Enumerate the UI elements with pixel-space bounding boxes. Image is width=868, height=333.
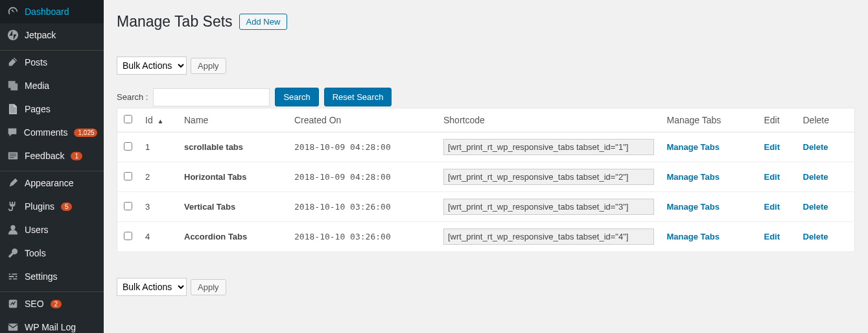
delete-link[interactable]: Delete [803,202,828,212]
sidebar-item-label: SEO [25,299,44,309]
badge: 1 [71,152,82,160]
shortcode-input[interactable] [443,199,654,215]
sidebar-item-dashboard[interactable]: Dashboard [0,0,104,23]
cell-created: 2018-10-09 04:28:00 [288,132,437,162]
apply-button[interactable]: Apply [191,58,226,74]
delete-link[interactable]: Delete [803,142,828,152]
sidebar-item-jetpack[interactable]: Jetpack [0,23,104,47]
delete-link[interactable]: Delete [803,232,828,241]
media-icon [6,79,19,92]
manage-tabs-link[interactable]: Manage Tabs [667,142,720,152]
cell-shortcode [437,222,661,252]
row-checkbox[interactable] [124,142,132,151]
cell-name: Vertical Tabs [178,192,288,222]
tabsets-table: Id ▲ Name Created On Shortcode Manage Ta… [117,108,855,252]
cell-shortcode [437,132,661,162]
sidebar-item-settings[interactable]: Settings [0,265,104,288]
header-created[interactable]: Created On [288,108,437,132]
page-header: Manage Tab Sets Add New [117,13,855,31]
add-new-button[interactable]: Add New [239,14,288,30]
sidebar-item-media[interactable]: Media [0,74,104,97]
header-manage: Manage Tabs [661,108,758,132]
content-area: Manage Tab Sets Add New Bulk Actions App… [104,0,868,333]
row-checkbox[interactable] [124,172,132,180]
sidebar-item-comments[interactable]: Comments1,025 [0,121,104,144]
header-id[interactable]: Id ▲ [139,108,178,132]
shortcode-input[interactable] [443,169,654,185]
posts-icon [6,56,19,69]
sort-asc-icon: ▲ [158,117,164,125]
cell-shortcode [437,192,661,222]
edit-link[interactable]: Edit [764,232,780,241]
sidebar-item-tools[interactable]: Tools [0,241,104,265]
sidebar-item-label: Comments [24,127,68,138]
settings-icon [6,270,19,283]
cell-name: Horizontal Tabs [178,162,288,192]
svg-point-4 [14,276,16,278]
cell-id: 4 [139,222,178,252]
apply-button-bottom[interactable]: Apply [191,279,226,295]
bulk-actions-bottom: Bulk Actions Apply [117,278,855,296]
svg-point-5 [12,278,14,280]
bulk-actions-select-bottom[interactable]: Bulk Actions [117,278,187,296]
header-edit: Edit [758,108,797,132]
cell-created: 2018-10-10 03:26:00 [288,222,437,252]
admin-sidebar: DashboardJetpackPostsMediaPagesComments1… [0,0,104,333]
bulk-actions-top: Bulk Actions Apply [117,56,855,75]
svg-rect-7 [8,324,18,331]
search-input[interactable] [153,88,270,106]
sidebar-item-plugins[interactable]: Plugins5 [0,195,104,218]
cell-name: scrollable tabs [178,132,288,162]
sidebar-item-pages[interactable]: Pages [0,97,104,121]
edit-link[interactable]: Edit [764,202,780,212]
feedback-icon [6,149,19,162]
sidebar-item-label: Media [25,80,49,91]
search-button[interactable]: Search [275,88,318,106]
sidebar-item-appearance[interactable]: Appearance [0,171,104,195]
cell-id: 1 [139,132,178,162]
appearance-icon [6,177,19,190]
sidebar-item-seo[interactable]: SEO2 [0,292,104,315]
users-icon [6,223,19,236]
sidebar-item-wp-mail-log[interactable]: WP Mail Log [0,315,104,333]
sidebar-item-users[interactable]: Users [0,218,104,241]
reset-search-button[interactable]: Reset Search [324,88,392,106]
header-name[interactable]: Name [178,108,288,132]
cell-name: Accordion Tabs [178,222,288,252]
comments-icon [6,126,19,139]
edit-link[interactable]: Edit [764,142,780,152]
manage-tabs-link[interactable]: Manage Tabs [667,232,720,241]
sidebar-item-label: Tools [25,248,46,258]
badge: 2 [51,300,62,308]
select-all-checkbox[interactable] [124,115,132,123]
shortcode-input[interactable] [443,139,654,155]
page-title: Manage Tab Sets [117,13,233,31]
shortcode-input[interactable] [443,228,654,245]
table-row: 1scrollable tabs2018-10-09 04:28:00Manag… [117,132,855,162]
badge: 1,025 [74,129,97,137]
sidebar-item-feedback[interactable]: Feedback1 [0,144,104,167]
pages-icon [6,103,19,116]
cell-shortcode [437,162,661,192]
dashboard-icon [6,5,19,18]
manage-tabs-link[interactable]: Manage Tabs [667,202,720,212]
bulk-actions-select[interactable]: Bulk Actions [117,56,187,75]
sidebar-item-posts[interactable]: Posts [0,51,104,74]
mail-icon [6,321,19,333]
table-row: 4Accordion Tabs2018-10-10 03:26:00Manage… [117,222,855,252]
svg-point-0 [8,30,18,40]
sidebar-item-label: Users [25,225,49,235]
svg-point-3 [10,273,12,275]
search-row: Search : Search Reset Search [117,88,855,106]
delete-link[interactable]: Delete [803,172,828,182]
jetpack-icon [6,29,19,42]
row-checkbox[interactable] [124,202,132,210]
table-row: 3Vertical Tabs2018-10-10 03:26:00Manage … [117,192,855,222]
header-delete: Delete [797,108,855,132]
cell-id: 3 [139,192,178,222]
manage-tabs-link[interactable]: Manage Tabs [667,172,720,182]
sidebar-item-label: Dashboard [25,6,69,17]
edit-link[interactable]: Edit [764,172,780,182]
sidebar-item-label: Pages [25,104,51,114]
row-checkbox[interactable] [124,232,132,240]
